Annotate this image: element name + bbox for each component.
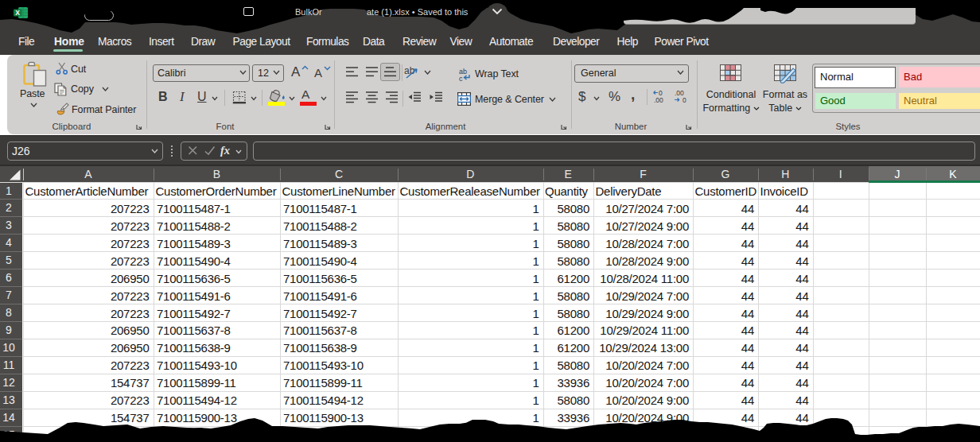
svg-text:X: X xyxy=(15,9,20,17)
svg-text:c: c xyxy=(459,75,463,82)
svg-text:0: 0 xyxy=(682,96,686,104)
svg-text:.00: .00 xyxy=(654,96,663,104)
